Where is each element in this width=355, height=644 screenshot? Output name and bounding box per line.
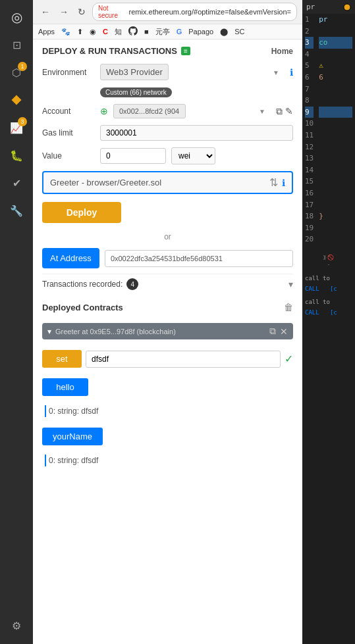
transactions-label: Transactions recorded: 4 xyxy=(42,278,138,290)
deployed-contracts-title: Deployed Contracts xyxy=(42,303,123,312)
remix-icon xyxy=(343,3,351,11)
app-sc[interactable]: SC xyxy=(234,28,244,36)
transactions-count: 4 xyxy=(126,278,138,290)
gas-limit-label: Gas limit xyxy=(42,128,95,137)
badge-1: 1 xyxy=(18,62,27,71)
app-yuan[interactable]: 元亭 xyxy=(155,27,170,37)
account-edit-icon[interactable]: ✎ xyxy=(285,106,293,117)
sidebar-icon-files[interactable]: ⊡ xyxy=(5,33,28,57)
account-select-wrapper: 0x002...8fcd2 (904 xyxy=(113,104,271,118)
sidebar-icon-settings[interactable]: ⚙ xyxy=(5,614,28,637)
instance-close-icon[interactable]: ✕ xyxy=(280,326,288,337)
reload-button[interactable]: ↻ xyxy=(75,5,88,18)
contract-selector: Greeter - browser/Greeter.sol ⇅ ℹ xyxy=(42,171,293,194)
app-circle[interactable]: ◉ xyxy=(90,28,96,36)
app-github[interactable] xyxy=(128,26,138,37)
app-square[interactable]: ■ xyxy=(144,28,149,36)
account-row: Account ⊕ 0x002...8fcd2 (904 ⧉ ✎ xyxy=(42,104,293,118)
set-checkmark-icon: ✓ xyxy=(285,353,293,365)
apps-bar: Apps 🐾 ⬆ ◉ C 知 ■ 元亭 G Papago ⬤ SC xyxy=(33,24,302,39)
account-copy-icon[interactable]: ⧉ xyxy=(276,106,283,117)
at-address-row: At Address xyxy=(42,248,293,268)
deploy-button[interactable]: Deploy xyxy=(42,202,121,223)
value-label: Value xyxy=(42,151,95,161)
yourname-result: 0: string: dfsdf xyxy=(45,455,293,466)
badge-3: 3 xyxy=(18,117,27,126)
hello-result: 0: string: dfsdf xyxy=(45,405,293,417)
transactions-chevron-icon[interactable]: ▾ xyxy=(288,279,293,289)
set-button[interactable]: set xyxy=(42,350,82,368)
gas-limit-row: Gas limit xyxy=(42,125,293,141)
forward-button[interactable]: → xyxy=(57,5,71,18)
instance-chevron-icon[interactable]: ▾ xyxy=(47,327,51,336)
yourname-method-row: yourName xyxy=(42,428,293,445)
app-papago[interactable]: Papago xyxy=(188,28,213,36)
app-c[interactable]: C xyxy=(103,28,108,36)
double-chevron-icon[interactable]: ⟫ xyxy=(323,255,327,260)
value-unit-select[interactable]: wei gwei finney ether xyxy=(171,147,215,164)
code-bottom: ⟫ 🚫 - call to CALL [c call to CALL [c xyxy=(302,252,355,321)
at-address-input[interactable] xyxy=(105,250,293,267)
value-row: Value wei gwei finney ether xyxy=(42,147,293,164)
account-select[interactable]: 0x002...8fcd2 (904 xyxy=(113,104,186,118)
environment-label: Environment xyxy=(42,68,95,77)
transactions-row: Transactions recorded: 4 ▾ xyxy=(42,274,293,294)
environment-row: Environment Web3 Provider JavaScript VM … xyxy=(42,64,293,80)
at-address-button[interactable]: At Address xyxy=(42,248,99,268)
app-paw[interactable]: 🐾 xyxy=(61,28,70,36)
account-actions: ⧉ ✎ xyxy=(276,106,293,117)
code-header: pr xyxy=(302,0,355,14)
value-input[interactable] xyxy=(100,148,166,164)
yourname-button[interactable]: yourName xyxy=(42,428,103,445)
call-labels: call to CALL [c call to CALL [c xyxy=(305,273,352,318)
transactions-label-text: Transactions recorded: xyxy=(42,280,123,289)
hello-button[interactable]: hello xyxy=(42,378,88,396)
deploy-panel: DEPLOY & RUN TRANSACTIONS ≡ Home Environ… xyxy=(33,39,302,476)
sidebar-icon-bug[interactable]: 🐛 xyxy=(5,143,28,167)
network-badge: Custom (66) network xyxy=(42,87,293,99)
network-badge-text: Custom (66) network xyxy=(100,87,172,97)
instance-copy-icon[interactable]: ⧉ xyxy=(269,326,276,337)
contract-chevron-icon[interactable]: ⇅ xyxy=(269,176,278,189)
trash-icon[interactable]: 🗑 xyxy=(284,302,293,312)
app-dot[interactable]: ⬤ xyxy=(220,28,228,36)
account-plus-icon[interactable]: ⊕ xyxy=(100,106,108,116)
panel-title: DEPLOY & RUN TRANSACTIONS ≡ Home xyxy=(42,46,293,56)
environment-info-icon[interactable]: ℹ xyxy=(290,67,293,78)
svg-point-1 xyxy=(344,4,350,11)
app-g[interactable]: G xyxy=(177,28,182,36)
gas-limit-input[interactable] xyxy=(100,125,293,141)
sidebar-icon-chart[interactable]: 📈 3 xyxy=(5,116,28,139)
svg-marker-0 xyxy=(12,95,22,105)
home-label: Home xyxy=(271,47,293,56)
environment-select-wrapper: Web3 Provider JavaScript VM Injected Web… xyxy=(100,64,285,80)
sidebar-icon-wrench[interactable]: 🔧 xyxy=(5,199,28,222)
app-zhi[interactable]: 知 xyxy=(115,27,122,37)
sidebar-icon-logo[interactable]: ◎ xyxy=(5,5,28,29)
not-secure-label: Not secure xyxy=(98,5,126,19)
code-content: 1 2 3 4 5 6 7 8 9 10 11 12 13 14 15 16 1… xyxy=(302,14,355,245)
url-text: remix.ethereum.org/#optimize=false&evmVe… xyxy=(129,8,291,16)
browser-bar: ← → ↻ Not secure remix.ethereum.org/#opt… xyxy=(33,0,302,24)
sidebar-icon-check[interactable]: ✔ xyxy=(5,171,28,195)
code-header-text: pr xyxy=(306,3,315,11)
code-panel: pr 1 2 3 4 5 6 7 8 9 10 11 12 13 14 15 1… xyxy=(302,0,355,644)
hello-method-row: hello xyxy=(42,378,293,396)
back-button[interactable]: ← xyxy=(38,5,53,18)
contract-selector-text: Greeter - browser/Greeter.sol xyxy=(50,178,265,187)
contract-info-icon[interactable]: ℹ xyxy=(282,178,285,188)
sidebar-icon-diamond[interactable] xyxy=(5,88,28,112)
sidebar-icon-layers[interactable]: ⬡ 1 xyxy=(5,61,28,84)
code-text: pr co ⚠ 6 } xyxy=(316,14,355,245)
main-panel: ← → ↻ Not secure remix.ethereum.org/#opt… xyxy=(33,0,302,644)
environment-select[interactable]: Web3 Provider JavaScript VM Injected Web… xyxy=(100,64,169,80)
set-method-row: set ✓ xyxy=(42,350,293,368)
set-input[interactable] xyxy=(86,351,281,368)
url-bar[interactable]: Not secure remix.ethereum.org/#optimize=… xyxy=(92,3,297,21)
sidebar: ◎ ⊡ ⬡ 1 📈 3 🐛 ✔ 🔧 ⚙ xyxy=(0,0,33,644)
deploy-button-row: Deploy xyxy=(42,199,293,226)
app-up[interactable]: ⬆ xyxy=(77,28,83,36)
or-text: or xyxy=(42,232,293,241)
panel-title-text: DEPLOY & RUN TRANSACTIONS xyxy=(42,46,177,56)
apps-label: Apps xyxy=(38,28,55,36)
